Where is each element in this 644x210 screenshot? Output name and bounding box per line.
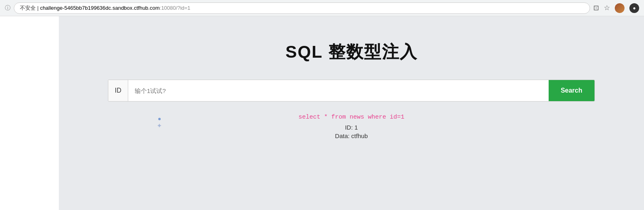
results-area: ✦ select * from news where id=1 ID: 1 Da… xyxy=(108,114,595,162)
page-title: SQL 整数型注入 xyxy=(285,41,417,63)
search-input[interactable] xyxy=(128,80,549,101)
left-margin xyxy=(0,16,59,210)
security-icon: ⓘ xyxy=(5,4,11,12)
url-text: 不安全 | challenge-5465bb7b199636dc.sandbox… xyxy=(20,4,190,12)
url-bar[interactable]: 不安全 | challenge-5465bb7b199636dc.sandbox… xyxy=(14,2,590,14)
url-domain: challenge-5465bb7b199636dc.sandbox.ctfhu… xyxy=(40,5,160,11)
browser-toolbar: ⓘ 不安全 | challenge-5465bb7b199636dc.sandb… xyxy=(0,0,644,16)
url-port-path: :10080/?id=1 xyxy=(160,5,191,11)
browser-action-buttons: ⊡ ☆ ● xyxy=(593,3,639,13)
query-result: select * from news where id=1 ID: 1 Data… xyxy=(108,114,595,139)
page-wrapper: SQL 整数型注入 ID Search ✦ select * from news… xyxy=(0,16,644,210)
url-separator: | xyxy=(37,5,40,11)
translate-icon[interactable]: ⊡ xyxy=(593,4,599,12)
main-content: SQL 整数型注入 ID Search ✦ select * from news… xyxy=(59,16,644,210)
result-id: ID: 1 xyxy=(108,124,595,131)
user-avatar[interactable] xyxy=(615,3,625,13)
star-icon: ✦ xyxy=(157,122,162,130)
search-button[interactable]: Search xyxy=(549,80,594,101)
sql-query-text: select * from news where id=1 xyxy=(108,114,595,121)
search-form: ID Search xyxy=(108,80,595,102)
profile-icon[interactable]: ● xyxy=(629,3,639,13)
url-insecure-label: 不安全 xyxy=(20,5,36,11)
dot-decoration xyxy=(158,118,161,120)
id-label: ID xyxy=(108,80,128,101)
bookmark-icon[interactable]: ☆ xyxy=(604,4,610,12)
star-decoration: ✦ xyxy=(157,118,162,130)
result-data: Data: ctfhub xyxy=(108,132,595,139)
